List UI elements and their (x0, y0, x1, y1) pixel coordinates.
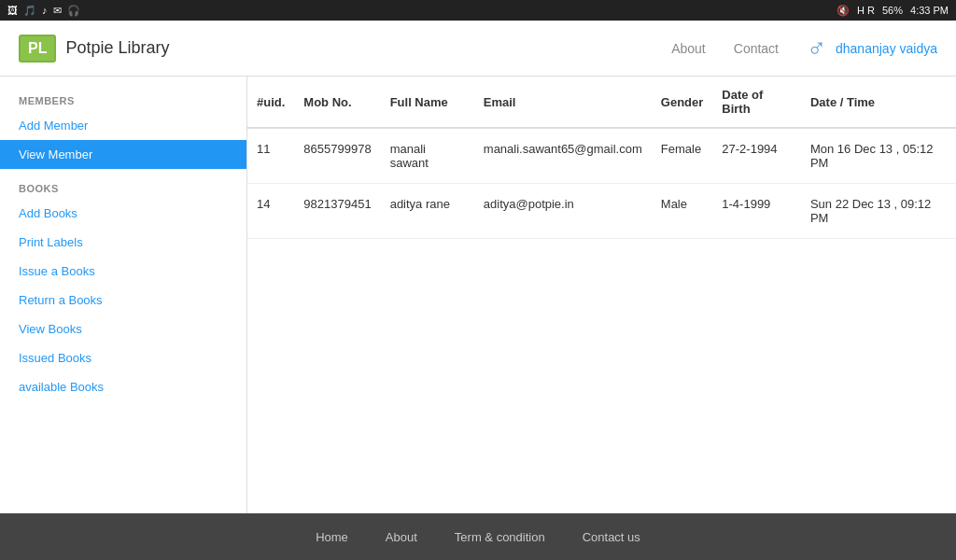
cell-mob: 9821379451 (294, 184, 380, 239)
col-fullname: Full Name (381, 77, 474, 128)
top-nav: PL Potpie Library About Contact ♂ dhanan… (0, 21, 956, 77)
logo-box: PL (19, 35, 56, 63)
footer-contact[interactable]: Contact us (583, 530, 640, 544)
footer: Home About Term & condition Contact us (0, 513, 956, 560)
app-name: Potpie Library (65, 38, 169, 58)
content-area: #uid. Mob No. Full Name Email Gender Dat… (247, 77, 956, 513)
col-datetime: Date / Time (801, 77, 956, 128)
cell-gender: Female (652, 128, 713, 184)
footer-terms[interactable]: Term & condition (455, 530, 545, 544)
sidebar-item-available-books[interactable]: available Books (0, 372, 246, 401)
sidebar-item-print-labels[interactable]: Print Labels (0, 228, 246, 257)
user-gender-icon: ♂ (807, 34, 826, 63)
col-gender: Gender (652, 77, 713, 128)
main-layout: MEMBERS Add Member View Member BOOKS Add… (0, 77, 956, 513)
cell-email: aditya@potpie.in (474, 184, 652, 239)
status-right: 🔇 H R 56% 4:33 PM (836, 5, 949, 17)
cell-name: manali sawant (381, 128, 474, 184)
logo-container: PL Potpie Library (19, 35, 671, 63)
table-row: 14 9821379451 aditya rane aditya@potpie.… (247, 184, 956, 239)
image-icon: 🖼 (7, 5, 18, 16)
col-uid: #uid. (247, 77, 294, 128)
status-bar: 🖼 🎵 ♪ ✉ 🎧 🔇 H R 56% 4:33 PM (0, 0, 956, 21)
cell-dob: 1-4-1999 (712, 184, 801, 239)
headphone-icon: 🎧 (67, 5, 80, 17)
time-text: 4:33 PM (910, 5, 949, 16)
sidebar: MEMBERS Add Member View Member BOOKS Add… (0, 77, 247, 513)
status-icons: 🖼 🎵 ♪ ✉ 🎧 (7, 5, 80, 17)
nav-links: About Contact (671, 41, 779, 56)
footer-about[interactable]: About (386, 530, 417, 544)
signal-text: H R (857, 5, 875, 16)
note-icon: ♪ (42, 5, 48, 16)
nav-contact[interactable]: Contact (734, 41, 779, 56)
mail-icon: ✉ (53, 5, 62, 17)
sidebar-item-return-books[interactable]: Return a Books (0, 286, 246, 315)
music-icon: 🎵 (23, 5, 36, 17)
cell-dob: 27-2-1994 (712, 128, 801, 184)
cell-gender: Male (652, 184, 713, 239)
cell-email: manali.sawant65@gmail.com (474, 128, 652, 184)
cell-mob: 8655799978 (294, 128, 380, 184)
battery-text: 56% (882, 5, 903, 16)
sidebar-item-add-books[interactable]: Add Books (0, 199, 246, 228)
nav-about[interactable]: About (671, 41, 706, 56)
sidebar-item-view-member[interactable]: View Member (0, 140, 246, 169)
footer-home[interactable]: Home (316, 530, 348, 544)
mute-icon: 🔇 (836, 5, 850, 17)
cell-datetime: Sun 22 Dec 13 , 09:12 PM (801, 184, 956, 239)
books-section-title: BOOKS (0, 178, 246, 199)
col-email: Email (474, 77, 652, 128)
logo-text: PL (28, 40, 47, 56)
sidebar-item-view-books[interactable]: View Books (0, 315, 246, 343)
table-header-row: #uid. Mob No. Full Name Email Gender Dat… (247, 77, 956, 128)
members-section-title: MEMBERS (0, 91, 246, 111)
sidebar-item-add-member[interactable]: Add Member (0, 111, 246, 140)
user-section: ♂ dhananjay vaidya (807, 34, 937, 63)
col-mob: Mob No. (294, 77, 380, 128)
cell-uid: 14 (247, 184, 294, 239)
members-table: #uid. Mob No. Full Name Email Gender Dat… (247, 77, 956, 239)
cell-uid: 11 (247, 128, 294, 184)
sidebar-item-issue-books[interactable]: Issue a Books (0, 257, 246, 286)
user-name: dhananjay vaidya (836, 41, 937, 56)
col-dob: Date of Birth (712, 77, 801, 128)
cell-name: aditya rane (381, 184, 474, 239)
cell-datetime: Mon 16 Dec 13 , 05:12 PM (801, 128, 956, 184)
table-row: 11 8655799978 manali sawant manali.sawan… (247, 128, 956, 184)
sidebar-item-issued-books[interactable]: Issued Books (0, 343, 246, 372)
